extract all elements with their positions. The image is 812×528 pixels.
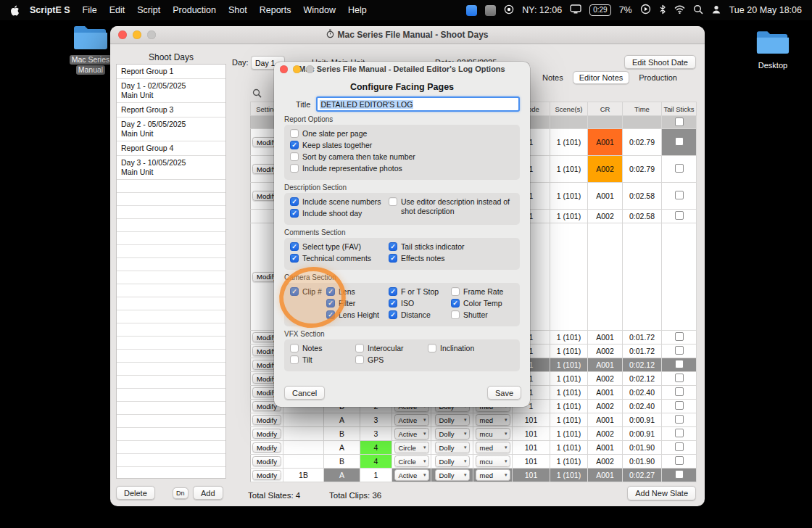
sidebar-empty-row[interactable] — [117, 415, 225, 428]
zoom-button[interactable] — [306, 65, 314, 73]
move-dropdown[interactable]: Dolly▾ — [435, 455, 470, 467]
checkbox-tilt[interactable]: Tilt — [290, 355, 355, 367]
sidebar-empty-row[interactable] — [117, 219, 225, 232]
status-dropdown[interactable]: Active▾ — [394, 428, 429, 440]
close-button[interactable] — [280, 65, 288, 73]
modify-button[interactable]: Modify — [252, 429, 281, 439]
ny-clock[interactable]: NY: 12:06 — [522, 5, 562, 15]
minimize-button[interactable] — [293, 65, 301, 73]
checkbox-technical-comments[interactable]: Technical comments — [290, 254, 389, 265]
checkbox-include-scene-numbers[interactable]: Include scene numbers — [290, 197, 389, 209]
menu-shot[interactable]: Shot — [228, 5, 247, 15]
bluetooth-icon[interactable] — [659, 4, 666, 17]
modify-button[interactable]: Modify — [252, 456, 281, 466]
menu-help[interactable]: Help — [348, 5, 367, 15]
menu-bar-clock[interactable]: Tue 20 May 18:06 — [729, 5, 802, 15]
wifi-icon[interactable] — [674, 5, 685, 16]
gray-app-icon[interactable] — [485, 5, 496, 16]
checkbox-distance[interactable]: Distance — [389, 310, 451, 322]
move-dropdown[interactable]: Dolly▾ — [435, 414, 470, 426]
size-dropdown[interactable]: mcu▾ — [476, 455, 510, 467]
status-dropdown[interactable]: Active▾ — [394, 414, 429, 426]
checkbox-tail-sticks-indicator[interactable]: Tail sticks indicator — [389, 242, 512, 254]
display-icon[interactable] — [570, 4, 581, 16]
checkbox-inclination[interactable]: Inclination — [428, 344, 511, 355]
checkbox-filter[interactable]: Filter — [326, 299, 389, 310]
menu-scripte-s[interactable]: ScriptE S — [30, 5, 70, 15]
add-button[interactable]: Add — [193, 486, 223, 500]
checkbox-gps[interactable]: GPS — [355, 355, 428, 367]
delete-button[interactable]: Delete — [116, 486, 155, 500]
menu-edit[interactable]: Edit — [109, 5, 125, 15]
zoom-button[interactable] — [147, 30, 156, 39]
checkbox-keep-slates-together[interactable]: Keep slates together — [290, 141, 508, 152]
sidebar-item-day-1-02-05-2025[interactable]: Day 1 - 02/05/2025Main Unit — [117, 79, 225, 103]
sidebar-empty-row[interactable] — [117, 310, 225, 323]
status-dropdown[interactable]: Circle▾ — [394, 442, 429, 453]
checkbox-one-slate-per-page[interactable]: One slate per page — [290, 129, 508, 141]
tab-notes[interactable]: Notes — [536, 72, 569, 83]
apple-menu-icon[interactable] — [10, 5, 20, 16]
checkbox-clip[interactable]: Clip # — [290, 287, 326, 299]
tail-sticks-checkbox[interactable] — [675, 332, 684, 341]
sidebar-empty-row[interactable] — [117, 402, 225, 415]
recording-timer[interactable]: 0:29 — [589, 4, 610, 16]
checkbox-use-editor-description-instead-of-shot-description[interactable]: Use editor description instead of shot d… — [389, 197, 512, 218]
desktop-folder-desktop[interactable]: Desktop — [750, 29, 796, 70]
close-button[interactable] — [118, 30, 127, 39]
sidebar-empty-row[interactable] — [117, 323, 225, 337]
cancel-button[interactable]: Cancel — [284, 386, 325, 400]
modify-button[interactable]: Modify — [252, 415, 281, 425]
move-dropdown[interactable]: Dolly▾ — [435, 469, 470, 481]
tail-sticks-checkbox[interactable] — [675, 456, 684, 465]
title-input[interactable]: DETAILED EDITOR'S LOG — [316, 96, 520, 112]
tail-sticks-checkbox[interactable] — [675, 429, 684, 437]
search-icon[interactable] — [252, 88, 262, 101]
sidebar-empty-row[interactable] — [117, 389, 225, 402]
move-dropdown[interactable]: Dolly▾ — [435, 428, 470, 440]
sidebar-item-day-2-05-05-2025[interactable]: Day 2 - 05/05/2025Main Unit — [117, 117, 225, 141]
sidebar-item-day-3-10-05-2025[interactable]: Day 3 - 10/05/2025Main Unit — [117, 156, 225, 180]
status-dropdown[interactable]: Active▾ — [394, 469, 429, 481]
checkbox-color-temp[interactable]: Color Temp — [451, 299, 509, 310]
size-dropdown[interactable]: mcu▾ — [476, 428, 510, 440]
sidebar-empty-row[interactable] — [117, 193, 225, 206]
menu-production[interactable]: Production — [173, 5, 216, 15]
sidebar-empty-row[interactable] — [117, 376, 225, 389]
checkbox-sort-by-camera-then-take-number[interactable]: Sort by camera then take number — [290, 152, 508, 164]
sidebar-empty-row[interactable] — [117, 363, 225, 376]
sidebar-empty-row[interactable] — [117, 245, 225, 258]
sidebar-empty-row[interactable] — [117, 180, 225, 193]
tail-sticks-checkbox[interactable] — [675, 211, 684, 220]
checkbox-lens-height[interactable]: Lens Height — [326, 310, 389, 322]
move-dropdown[interactable]: Dolly▾ — [435, 442, 470, 453]
checkbox-frame-rate[interactable]: Frame Rate — [451, 287, 509, 299]
minimize-button[interactable] — [133, 30, 141, 39]
checkbox-shutter[interactable]: Shutter — [451, 310, 509, 322]
spotlight-icon[interactable] — [693, 4, 703, 17]
dialog-titlebar[interactable]: Mac Series File Manual - Detailed Editor… — [274, 62, 530, 76]
checkbox-iso[interactable]: ISO — [389, 299, 451, 310]
tail-sticks-checkbox[interactable] — [675, 164, 684, 173]
checkbox-select-type-fav[interactable]: Select type (FAV) — [290, 242, 389, 254]
tail-sticks-checkbox[interactable] — [675, 346, 684, 355]
size-dropdown[interactable]: med▾ — [476, 442, 510, 453]
sidebar-empty-row[interactable] — [117, 454, 225, 467]
tail-sticks-checkbox[interactable] — [675, 387, 684, 396]
tail-sticks-checkbox[interactable] — [675, 117, 684, 126]
tail-sticks-checkbox[interactable] — [675, 191, 684, 199]
checkbox-effects-notes[interactable]: Effects notes — [389, 254, 512, 265]
menu-file[interactable]: File — [83, 5, 97, 15]
dn-button[interactable]: Dn — [173, 487, 188, 499]
menu-script[interactable]: Script — [137, 5, 160, 15]
menu-window[interactable]: Window — [304, 5, 336, 15]
checkbox-interocular[interactable]: Interocular — [355, 344, 428, 355]
tail-sticks-checkbox[interactable] — [675, 401, 684, 410]
tail-sticks-checkbox[interactable] — [675, 137, 684, 146]
sidebar-empty-row[interactable] — [117, 297, 225, 310]
sidebar-empty-row[interactable] — [117, 441, 225, 454]
sidebar-item-report-group-3[interactable]: Report Group 3 — [117, 103, 225, 117]
checkbox-notes[interactable]: Notes — [290, 344, 355, 355]
sidebar-empty-row[interactable] — [117, 232, 225, 245]
tail-sticks-checkbox[interactable] — [675, 470, 684, 479]
